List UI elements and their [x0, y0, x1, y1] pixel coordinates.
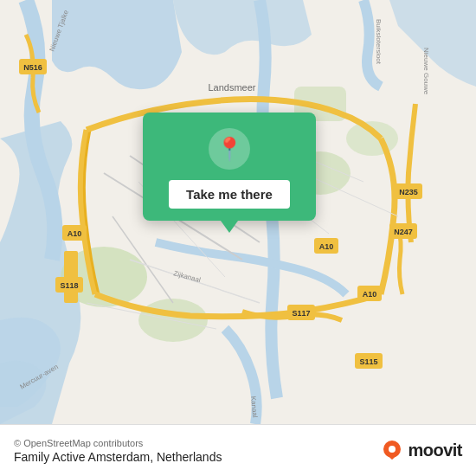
- footer-left: © OpenStreetMap contributors Family Acti…: [14, 438, 222, 464]
- svg-text:Nieuwe Gouwe: Nieuwe Gouwe: [422, 48, 430, 95]
- footer: © OpenStreetMap contributors Family Acti…: [0, 424, 476, 476]
- take-me-there-button[interactable]: Take me there: [169, 180, 290, 209]
- location-pin-icon: 📍: [215, 138, 243, 160]
- moovit-icon: [380, 439, 404, 463]
- svg-text:Buikslotersloot: Buikslotersloot: [375, 19, 383, 65]
- moovit-text: moovit: [408, 441, 462, 460]
- map-container: A10 A10 A10 S118 S117 S115 N235 N247 N51…: [0, 0, 476, 424]
- moovit-logo: moovit: [380, 439, 462, 463]
- svg-text:Landsmeer: Landsmeer: [208, 82, 255, 93]
- svg-text:A10: A10: [363, 290, 377, 299]
- popup-card: 📍 Take me there: [143, 113, 316, 221]
- svg-text:A10: A10: [68, 229, 82, 238]
- location-name: Family Active Amsterdam, Netherlands: [14, 450, 222, 464]
- svg-text:A10: A10: [319, 242, 334, 251]
- svg-text:S117: S117: [292, 309, 310, 318]
- svg-text:N235: N235: [399, 188, 418, 196]
- svg-text:N247: N247: [394, 228, 413, 236]
- svg-text:S115: S115: [359, 357, 377, 366]
- osm-credit: © OpenStreetMap contributors: [14, 438, 222, 448]
- svg-point-4: [346, 121, 398, 156]
- svg-point-43: [389, 446, 396, 453]
- svg-text:N516: N516: [23, 63, 42, 72]
- svg-text:S118: S118: [60, 281, 78, 290]
- pin-icon-wrap: 📍: [209, 128, 250, 170]
